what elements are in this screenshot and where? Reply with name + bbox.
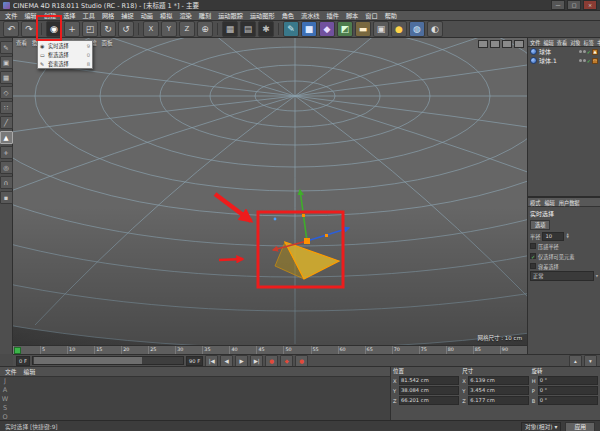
om-menu-view[interactable]: 查看 (557, 39, 567, 46)
menu-sculpt[interactable]: 雕刻 (199, 11, 211, 20)
z-axis-lock-icon[interactable]: Z (179, 21, 195, 37)
sky-icon[interactable]: ◍ (409, 21, 425, 37)
move-icon[interactable]: + (64, 21, 80, 37)
record-keyframe-button[interactable]: ● (265, 355, 278, 367)
menu-file[interactable]: 文件 (5, 11, 17, 20)
om-menu-file[interactable]: 文件 (530, 39, 540, 46)
tolerant-selection-checkbox[interactable] (530, 263, 536, 269)
position-y-field[interactable]: 38.084 cm (399, 386, 459, 395)
position-x-field[interactable]: 81.542 cm (399, 376, 459, 385)
popup-item-lasso-selection[interactable]: ✎ 套索选择 8 (38, 59, 92, 68)
timeline-ruler[interactable]: 0 5 10 15 20 25 30 35 40 45 50 55 60 65 … (13, 345, 527, 354)
popup-item-rectangle-selection[interactable]: ▭ 框选选择 0 (38, 50, 92, 59)
menu-window[interactable]: 窗口 (365, 11, 377, 20)
vp-rotate-icon[interactable] (502, 40, 512, 48)
menu-motion-tracker[interactable]: 运动跟踪 (218, 11, 243, 20)
timeline-playhead[interactable] (14, 347, 21, 354)
visibility-dot-render[interactable] (583, 50, 586, 53)
render-picture-viewer-icon[interactable]: ▤ (240, 21, 256, 37)
play-button[interactable]: ▶ (235, 355, 248, 367)
model-mode-icon[interactable]: ▣ (0, 56, 13, 69)
object-row-sphere-1[interactable]: 球体.1 ✓ ◠ (528, 56, 600, 65)
timeline-scrollbar[interactable] (32, 356, 184, 365)
undo-icon[interactable]: ↶ (3, 21, 19, 37)
position-z-field[interactable]: 66.201 cm (399, 396, 459, 405)
popup-item-live-selection[interactable]: ◉ 实时选择 9 (38, 41, 92, 50)
mat-menu-file[interactable]: 文件 (5, 367, 17, 376)
visibility-dot-editor[interactable] (579, 50, 582, 53)
menu-select[interactable]: 选择 (63, 11, 75, 20)
material-icon[interactable]: ◐ (427, 21, 443, 37)
radius-field[interactable]: 10 (542, 232, 564, 241)
menu-character[interactable]: 角色 (282, 11, 294, 20)
menu-animate[interactable]: 动画 (141, 11, 153, 20)
symmetry-icon[interactable]: ◩ (337, 21, 353, 37)
vp-toggle-view-icon[interactable] (514, 40, 524, 48)
object-row-sphere[interactable]: 球体 ✓ ▲ (528, 47, 600, 56)
vp-pan-icon[interactable] (478, 40, 488, 48)
redo-icon[interactable]: ↷ (21, 21, 37, 37)
goto-end-button[interactable]: ▶| (250, 355, 263, 367)
menu-tools[interactable]: 工具 (83, 11, 95, 20)
minimize-button[interactable]: — (551, 0, 565, 10)
menu-edit[interactable]: 编辑 (24, 11, 36, 20)
enable-snap-icon[interactable]: ∩ (0, 176, 13, 189)
last-tool-icon[interactable]: ↺ (118, 21, 134, 37)
scrollbar-thumb[interactable] (34, 357, 142, 364)
texture-mode-icon[interactable]: ▦ (0, 71, 13, 84)
goto-start-button[interactable]: |◀ (205, 355, 218, 367)
previous-frame-button[interactable]: ◀ (220, 355, 233, 367)
polygons-mode-icon[interactable]: ▲ (0, 131, 13, 144)
menu-mograph[interactable]: 运动图形 (250, 11, 275, 20)
options-up-icon[interactable]: ▴ (569, 355, 582, 367)
pressure-radius-checkbox[interactable] (530, 243, 536, 249)
menu-help[interactable]: 帮助 (385, 11, 397, 20)
subdivision-surface-icon[interactable]: ◆ (319, 21, 335, 37)
selection-mode-dropdown[interactable]: 正常 (530, 271, 594, 281)
menu-mesh[interactable]: 网格 (102, 11, 114, 20)
record-position-button[interactable]: ◆ (280, 355, 293, 367)
rotate-icon[interactable]: ↻ (100, 21, 116, 37)
points-mode-icon[interactable]: ∷ (0, 101, 13, 114)
vp-zoom-icon[interactable] (490, 40, 500, 48)
light-icon[interactable]: ● (391, 21, 407, 37)
floor-icon[interactable]: ▬ (355, 21, 371, 37)
menu-simulate[interactable]: 模拟 (160, 11, 172, 20)
menu-pipeline[interactable]: 流水线 (301, 11, 320, 20)
make-editable-icon[interactable]: ✎ (0, 41, 13, 54)
only-visible-checkbox[interactable]: ✓ (530, 253, 536, 259)
frame-start-field[interactable]: 0 F (16, 356, 30, 366)
rotation-h-field[interactable]: 0 ° (538, 376, 598, 385)
frame-end-field[interactable]: 90 F (186, 356, 203, 366)
mat-menu-edit[interactable]: 编辑 (24, 367, 36, 376)
visibility-dot-editor[interactable] (579, 59, 582, 62)
tab-userdata[interactable]: 用户数据 (559, 199, 580, 206)
workplane-mode-icon[interactable]: ◇ (0, 86, 13, 99)
menu-script[interactable]: 脚本 (346, 11, 358, 20)
vp-menu-panel[interactable]: 面板 (102, 39, 113, 47)
add-cube-icon[interactable]: ■ (301, 21, 317, 37)
viewport-solo-icon[interactable]: ◎ (0, 161, 13, 174)
spline-pen-icon[interactable]: ✎ (283, 21, 299, 37)
options-down-icon[interactable]: ▾ (584, 355, 597, 367)
enabled-check-icon[interactable]: ✓ (587, 58, 591, 64)
radius-stepper[interactable]: ▲▼ (566, 233, 568, 239)
autokey-button[interactable]: ● (295, 355, 308, 367)
x-axis-lock-icon[interactable]: X (143, 21, 159, 37)
om-menu-object[interactable]: 对象 (570, 39, 580, 46)
size-x-field[interactable]: 6.139 cm (468, 376, 528, 385)
coordinate-space-dropdown[interactable]: 对象(相对) ▾ (521, 422, 561, 431)
vp-menu-view[interactable]: 查看 (16, 39, 27, 47)
rotation-p-field[interactable]: 0 ° (538, 386, 598, 395)
tab-mode[interactable]: 模式 (530, 199, 540, 206)
enabled-check-icon[interactable]: ✓ (587, 49, 591, 55)
tab-edit[interactable]: 编辑 (544, 199, 554, 206)
enable-axis-icon[interactable]: + (0, 146, 13, 159)
menu-render[interactable]: 渲染 (179, 11, 191, 20)
om-menu-edit[interactable]: 编辑 (543, 39, 553, 46)
size-y-field[interactable]: 3.454 cm (468, 386, 528, 395)
visibility-dot-render[interactable] (583, 59, 586, 62)
phong-tag-icon[interactable]: ◠ (592, 58, 598, 64)
rotation-b-field[interactable]: 0 ° (538, 396, 598, 405)
menu-plugins[interactable]: 插件 (327, 11, 339, 20)
